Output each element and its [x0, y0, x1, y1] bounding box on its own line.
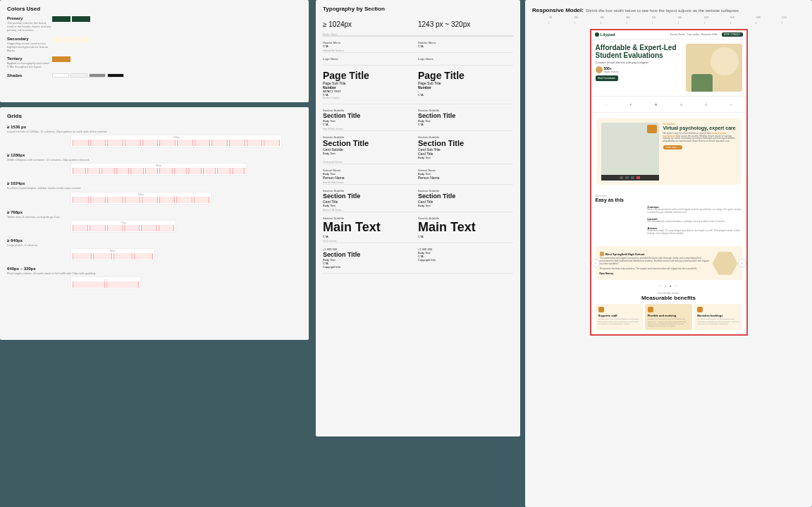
grid-column — [217, 168, 230, 174]
prev-arrow-icon[interactable]: ‹ — [591, 259, 600, 267]
nav-cta-button[interactable]: BOOK CONSULT — [722, 32, 743, 37]
lilypad-icon — [595, 32, 599, 37]
step-body: Get onboarded for virtual evaluations, a… — [648, 221, 742, 224]
grid-column — [116, 168, 130, 174]
benefit-body: No need to keep families on hold waiting… — [697, 318, 739, 325]
section-title-sample: Section Title — [418, 193, 509, 200]
grid-column — [107, 197, 123, 203]
typo-title: Typography by Section — [323, 6, 513, 12]
benefit-icon — [697, 307, 703, 312]
typo-group: Page TitlePage Sub TitleNumberIMPACT TEX… — [323, 66, 513, 104]
feature-body: We make it easy for school districts to … — [663, 133, 737, 144]
testimonial-subnote: The process has been truly seamless. The… — [600, 268, 710, 271]
ruler-tick-label: 840 — [601, 16, 604, 19]
benefits-heading: Measurable benefits — [596, 295, 742, 301]
benefit-title: Flexible and evolving — [648, 314, 689, 317]
grids-panel: Grids ≥ 1536 pxLayout centers at 1200px,… — [0, 107, 309, 340]
child-photo — [710, 47, 739, 75]
site-preview[interactable]: Lilypad Success StoriesCase studiesResou… — [590, 29, 748, 336]
typo-group: School NameBody TextPerson NameSchool Na… — [323, 164, 513, 185]
bp-small: 1243 px ~ 320px — [418, 20, 509, 28]
ruler[interactable]: 7608008408809209601000104010801120 — [532, 16, 805, 25]
stat-label: Happy Students — [604, 71, 619, 73]
typo-group-label: How It Works Section — [323, 128, 343, 130]
grid-column — [141, 225, 156, 231]
ruler-tick-label: 760 — [548, 16, 552, 19]
nav-link[interactable]: Success Stories — [670, 33, 685, 36]
step-item: ConnectBook a 30-minute intro to call to… — [596, 205, 742, 214]
feature-cta-button[interactable]: Learn more → — [663, 145, 682, 149]
grid-column — [93, 253, 112, 259]
typo-group: Section SubtitleSection TitleBody TextCT… — [323, 104, 513, 131]
tower-icon: ♜ — [626, 99, 636, 109]
resp-note: Shrink the box width below to see how th… — [586, 8, 740, 13]
grid-name: ≥ 640px — [7, 238, 302, 243]
typo-group-label: Footer Section — [323, 240, 337, 243]
grid-column — [142, 140, 159, 146]
color-row: PrimaryThe primary color for the brand. … — [7, 16, 302, 32]
step-body: Evaluations begin. Our psychologist team… — [648, 230, 742, 236]
building-icon: ⌂ — [601, 99, 611, 109]
step-item: LaunchGet onboarded for virtual evaluati… — [596, 217, 742, 224]
grid-column — [232, 168, 245, 174]
book-icon: ≋ — [726, 99, 736, 109]
benefit-icon — [648, 307, 653, 312]
testimonial-avatar — [713, 250, 738, 276]
typo-group-label: How We Help Schools — [323, 181, 344, 184]
grid-name: ≥ 1536 px — [7, 125, 302, 129]
grid-note: Fluid single-column; all cards stack to … — [7, 271, 302, 275]
benefit-icon — [598, 307, 604, 312]
feature-image — [601, 123, 659, 181]
colors-panel: Colors Used PrimaryThe primary color for… — [0, 0, 309, 102]
grid-column — [113, 253, 133, 259]
nav-link[interactable]: Case studies — [687, 33, 699, 36]
grid-column — [203, 168, 216, 174]
typo-group: Section SubtitleSection TitleCard TitleB… — [323, 185, 513, 212]
benefits-section: How We Help Schools Measurable benefits … — [591, 288, 746, 334]
typo-label: Logo Name — [418, 57, 509, 61]
share-icon[interactable] — [631, 176, 634, 179]
color-name: Shades — [7, 73, 52, 78]
school-icon: ⛊ — [651, 99, 661, 109]
typo-group: +1 000 000Section TitleBody TextCTACopyr… — [323, 243, 513, 274]
grid-note: Layout centers at 1200px, 12 columns, 24… — [7, 130, 302, 133]
typo-group: Header MenuCTAHeader MenuCTA — [323, 37, 513, 53]
grid-name: ≥ 1280px — [7, 153, 302, 157]
school-badge-icon — [600, 252, 604, 256]
hero-cta-button[interactable]: Book Consultation — [596, 75, 618, 81]
easy-section: How it works Easy as this ConnectBook a … — [591, 190, 746, 242]
ruler-tick-label: 1040 — [730, 16, 735, 19]
grid-column — [73, 168, 86, 174]
color-note: The primary color for the brand. Used in… — [7, 21, 52, 32]
plant-photo — [691, 74, 713, 92]
grid-column — [106, 281, 139, 288]
grid-column — [73, 197, 89, 203]
next-arrow-icon[interactable]: › — [738, 259, 746, 267]
swatch — [52, 56, 70, 62]
mic-icon[interactable] — [620, 176, 623, 179]
grid-column — [159, 197, 176, 203]
colors-title: Colors Used — [7, 6, 302, 12]
grid-note: Large phone, 4 columns. — [7, 243, 302, 247]
section-title-sample: Section Title — [323, 251, 414, 258]
cam-icon[interactable] — [625, 176, 629, 179]
grid-row: ≥ 768pxTablet view, 6 columns, card grid… — [7, 210, 302, 233]
typo-group-label: Bottom CTA Section — [323, 209, 342, 212]
nav-link[interactable]: Resources & Mo... — [701, 33, 719, 36]
typo-group-label: Header / Menu — [323, 33, 337, 36]
grid-column — [73, 140, 89, 146]
partner-icons-row: ⌂ ♜ ⛊ ❂ ✪ ≋ — [591, 96, 746, 113]
resp-heading: Responsive Model: Shrink the box width b… — [532, 6, 805, 13]
grid-column — [102, 168, 115, 174]
school-name: West Springfield High School — [600, 252, 710, 256]
grid-column — [145, 168, 159, 174]
grid-column — [211, 140, 228, 146]
swatch — [107, 73, 124, 78]
video-controls[interactable] — [601, 175, 659, 181]
logo[interactable]: Lilypad — [595, 32, 615, 37]
end-call-icon[interactable] — [636, 176, 640, 179]
swatch — [52, 16, 70, 22]
grids-title: Grids — [7, 113, 302, 119]
benefit-body: Whether you're low on psychologists or y… — [598, 318, 640, 325]
easy-heading: Easy as this — [596, 197, 742, 202]
